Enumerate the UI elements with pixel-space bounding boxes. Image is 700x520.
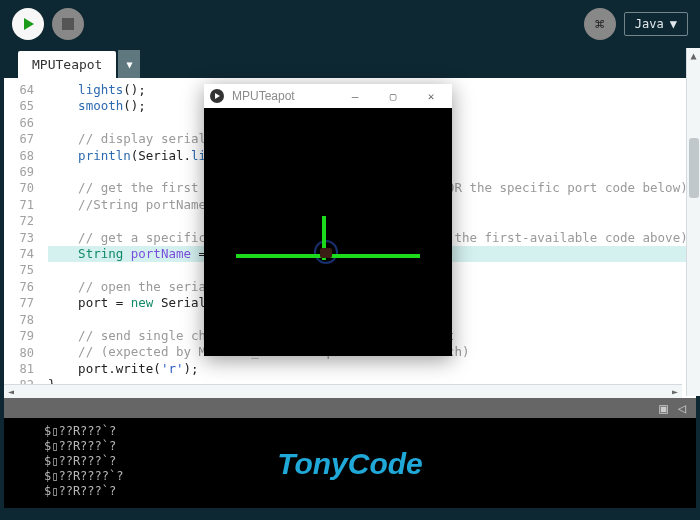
toggle-icon[interactable]: ▣ (659, 400, 667, 416)
applet-icon (210, 89, 224, 103)
language-select[interactable]: Java▼ (624, 12, 688, 36)
svg-rect-1 (62, 18, 74, 30)
gutter: 64656667686970717273747576777879808182 (4, 78, 40, 394)
statusbar: ▣ ◁ (4, 398, 696, 418)
svg-marker-0 (24, 18, 34, 30)
applet-window[interactable]: MPUTeapot — ▢ ✕ (204, 84, 452, 356)
close-button[interactable]: ✕ (416, 90, 446, 103)
watermark: TonyCode (277, 456, 423, 471)
applet-canvas (204, 108, 452, 356)
svg-marker-2 (215, 93, 220, 99)
chevron-down-icon: ▼ (670, 17, 677, 31)
h-scrollbar[interactable]: ◄ ► (4, 384, 682, 398)
origin-dot (320, 248, 332, 258)
stop-button[interactable] (52, 8, 84, 40)
tab-mputeapot[interactable]: MPUTeapot (18, 51, 116, 78)
v-scrollbar[interactable]: ▲ (686, 48, 700, 396)
toolbar: ⌘ Java▼ (0, 0, 700, 48)
scroll-right-icon[interactable]: ► (668, 385, 682, 399)
scroll-left-icon[interactable]: ◄ (4, 385, 18, 399)
collapse-icon[interactable]: ◁ (678, 400, 686, 416)
console: TonyCode $▯??R???`?$▯??R???`?$▯??R???`?$… (4, 418, 696, 508)
maximize-button[interactable]: ▢ (378, 90, 408, 103)
applet-title: MPUTeapot (232, 89, 332, 103)
tab-dropdown[interactable]: ▼ (118, 50, 140, 78)
scroll-thumb[interactable] (689, 138, 699, 198)
run-button[interactable] (12, 8, 44, 40)
debug-icon[interactable]: ⌘ (584, 8, 616, 40)
minimize-button[interactable]: — (340, 90, 370, 103)
applet-titlebar[interactable]: MPUTeapot — ▢ ✕ (204, 84, 452, 108)
scroll-up-icon[interactable]: ▲ (687, 48, 700, 62)
tab-bar: MPUTeapot ▼ (0, 48, 700, 78)
